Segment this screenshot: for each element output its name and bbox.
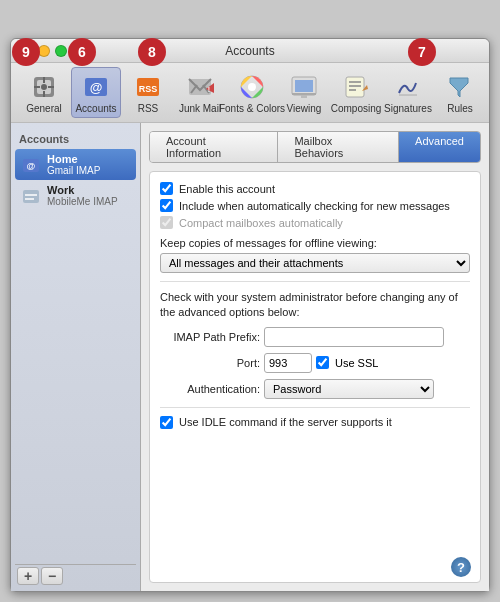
annotation-6: 6: [68, 38, 96, 66]
toolbar-fonts-colors[interactable]: Fonts & Colors: [227, 68, 277, 117]
authentication-row: Authentication: Password MD5 Challenge-R…: [160, 379, 470, 399]
compact-label[interactable]: Compact mailboxes automatically: [179, 217, 343, 229]
signatures-icon: [392, 71, 424, 103]
rss-icon: RSS: [132, 71, 164, 103]
imap-path-input[interactable]: [264, 327, 444, 347]
viewing-icon: [288, 71, 320, 103]
add-account-button[interactable]: +: [17, 567, 39, 585]
work-account-icon: [21, 186, 41, 206]
rules-icon: [444, 71, 476, 103]
port-label: Port:: [160, 357, 260, 369]
work-sub: MobileMe IMAP: [47, 196, 118, 207]
remove-account-button[interactable]: −: [41, 567, 63, 585]
viewing-label: Viewing: [287, 103, 322, 114]
divider: [160, 281, 470, 282]
enable-account-checkbox[interactable]: [160, 182, 173, 195]
sidebar-footer: + −: [15, 564, 136, 587]
svg-rect-21: [301, 95, 307, 98]
enable-account-label[interactable]: Enable this account: [179, 183, 275, 195]
general-icon: [28, 71, 60, 103]
divider-2: [160, 407, 470, 408]
toolbar-viewing[interactable]: Viewing: [279, 68, 329, 117]
toolbar: General @ Accounts RSS RSS ! Junk Mail F…: [11, 63, 489, 123]
main-window: Accounts General @ Accounts RSS RSS ! Ju…: [10, 38, 490, 592]
use-ssl-label[interactable]: Use SSL: [335, 357, 378, 369]
port-row: Port: Use SSL: [160, 353, 470, 373]
composing-icon: [340, 71, 372, 103]
sidebar-title: Accounts: [15, 131, 136, 149]
maximize-button[interactable]: [55, 45, 67, 57]
junk-mail-icon: !: [184, 71, 216, 103]
rules-label: Rules: [447, 103, 473, 114]
svg-point-17: [248, 83, 256, 91]
junk-mail-label: Junk Mail: [179, 103, 221, 114]
use-ssl-checkbox[interactable]: [316, 356, 329, 369]
idle-checkbox[interactable]: [160, 416, 173, 429]
svg-rect-20: [292, 93, 316, 95]
toolbar-rules[interactable]: Rules: [435, 68, 485, 117]
port-input[interactable]: [264, 353, 312, 373]
imap-path-label: IMAP Path Prefix:: [160, 331, 260, 343]
toolbar-composing[interactable]: Composing: [331, 68, 381, 117]
content-area: Accounts @ Home Gmail IMAP Work MobileMe…: [11, 123, 489, 591]
home-sub: Gmail IMAP: [47, 165, 100, 176]
tab-account-info[interactable]: Account Information: [150, 132, 278, 162]
svg-text:!: !: [208, 86, 210, 93]
home-name: Home: [47, 153, 100, 165]
toolbar-rss[interactable]: RSS RSS: [123, 68, 173, 117]
keep-copies-select[interactable]: All messages and their attachments All m…: [160, 253, 470, 273]
main-panel: Account Information Mailbox Behaviors Ad…: [141, 123, 489, 591]
fonts-colors-icon: [236, 71, 268, 103]
svg-text:@: @: [27, 161, 36, 171]
accounts-label: Accounts: [75, 103, 116, 114]
imap-path-row: IMAP Path Prefix:: [160, 327, 470, 347]
tab-advanced[interactable]: Advanced: [399, 132, 480, 162]
svg-rect-22: [346, 77, 364, 97]
include-checking-row: Include when automatically checking for …: [160, 199, 470, 212]
tab-mailbox-behaviors[interactable]: Mailbox Behaviors: [278, 132, 399, 162]
work-name: Work: [47, 184, 118, 196]
admin-warning: Check with your system administrator bef…: [160, 290, 470, 321]
svg-rect-29: [23, 190, 39, 203]
compact-row: Compact mailboxes automatically: [160, 216, 470, 229]
signatures-label: Signatures: [384, 103, 432, 114]
sidebar: Accounts @ Home Gmail IMAP Work MobileMe…: [11, 123, 141, 591]
enable-account-row: Enable this account: [160, 182, 470, 195]
authentication-label: Authentication:: [160, 383, 260, 395]
authentication-select[interactable]: Password MD5 Challenge-Response NTLM Ker…: [264, 379, 434, 399]
include-checking-label[interactable]: Include when automatically checking for …: [179, 200, 450, 212]
sidebar-item-home[interactable]: @ Home Gmail IMAP: [15, 149, 136, 180]
compact-checkbox[interactable]: [160, 216, 173, 229]
help-button[interactable]: ?: [451, 557, 471, 577]
idle-row: Use IDLE command if the server supports …: [160, 416, 470, 429]
ssl-row: Use SSL: [316, 356, 378, 369]
fonts-colors-label: Fonts & Colors: [219, 103, 285, 114]
general-label: General: [26, 103, 62, 114]
home-account-icon: @: [21, 155, 41, 175]
rss-label: RSS: [138, 103, 159, 114]
idle-label[interactable]: Use IDLE command if the server supports …: [179, 416, 392, 428]
annotation-8: 8: [138, 38, 166, 66]
window-title: Accounts: [225, 44, 274, 58]
toolbar-junk-mail[interactable]: ! Junk Mail: [175, 68, 225, 117]
annotation-7: 7: [408, 38, 436, 66]
sidebar-item-work[interactable]: Work MobileMe IMAP: [15, 180, 136, 211]
toolbar-general[interactable]: General: [19, 68, 69, 117]
keep-copies-row: All messages and their attachments All m…: [160, 253, 470, 273]
svg-text:@: @: [90, 80, 103, 95]
keep-copies-label: Keep copies of messages for offline view…: [160, 237, 470, 249]
tab-bar: Account Information Mailbox Behaviors Ad…: [149, 131, 481, 163]
toolbar-accounts[interactable]: @ Accounts: [71, 67, 121, 118]
composing-label: Composing: [331, 103, 382, 114]
svg-text:RSS: RSS: [139, 84, 158, 94]
accounts-icon: @: [80, 71, 112, 103]
include-checking-checkbox[interactable]: [160, 199, 173, 212]
svg-rect-19: [295, 80, 313, 92]
form-section: Enable this account Include when automat…: [149, 171, 481, 583]
svg-point-6: [41, 84, 47, 90]
toolbar-signatures[interactable]: Signatures: [383, 68, 433, 117]
annotation-9: 9: [12, 38, 40, 66]
